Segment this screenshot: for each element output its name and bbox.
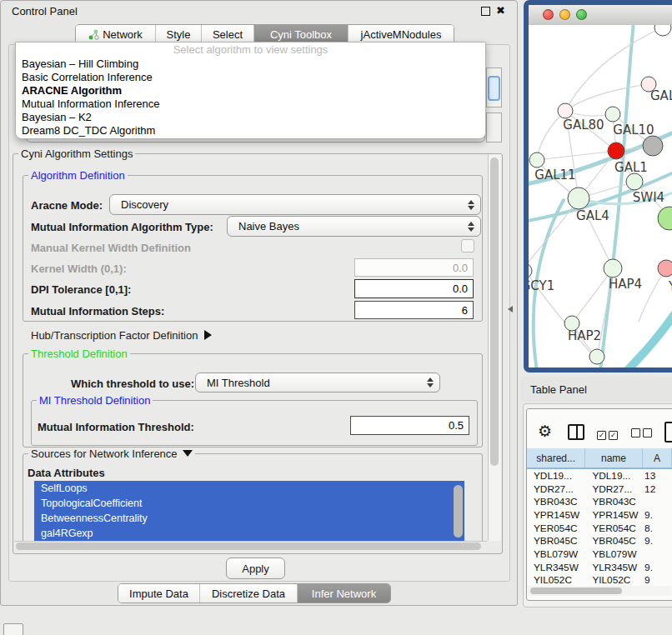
network-combo-fragment	[486, 112, 502, 142]
network-node[interactable]	[658, 207, 672, 230]
focused-spinner-fragment	[488, 76, 500, 101]
settings-horizontal-scrollbar[interactable]	[14, 541, 487, 552]
kernel-width-field[interactable]	[354, 258, 474, 277]
float-window-icon[interactable]	[481, 7, 490, 16]
collapse-down-icon	[183, 450, 193, 457]
table-cell: YDL19...	[527, 470, 585, 482]
expand-right-icon	[204, 330, 212, 340]
settings-vertical-scrollbar[interactable]	[488, 154, 501, 541]
close-traffic-light-icon[interactable]	[543, 9, 554, 20]
tab-jactivemnodules[interactable]: jActiveMNodules	[349, 25, 454, 43]
table-row[interactable]: YLR345WYLR345W9.	[527, 561, 672, 574]
network-node[interactable]	[643, 136, 663, 156]
node-label-gal4: GAL4	[576, 208, 609, 223]
network-node[interactable]	[605, 107, 620, 122]
network-node[interactable]	[558, 103, 573, 118]
tab-select[interactable]: Select	[202, 25, 254, 43]
table-cell: YIL052C	[585, 574, 643, 586]
tab-style[interactable]: Style	[156, 25, 202, 43]
algorithm-option-basic-correlation-inference[interactable]: Basic Correlation Inference	[16, 71, 485, 84]
aracne-mode-value: Discovery	[110, 198, 168, 211]
network-edge[interactable]	[537, 111, 565, 160]
network-node[interactable]	[589, 349, 604, 364]
table-row[interactable]: YBR043CYBR043C	[527, 495, 672, 508]
table-row[interactable]: YDR27...YDR27...12	[527, 482, 672, 496]
which-threshold-combo[interactable]: MI Threshold	[195, 372, 440, 392]
table-row[interactable]: YPR145WYPR145W9.	[527, 508, 672, 522]
network-node[interactable]	[658, 260, 672, 277]
column-header-a[interactable]: A	[643, 448, 672, 468]
attribute-item-topologicalcoefficient[interactable]: TopologicalCoefficient	[34, 496, 464, 511]
minimize-traffic-light-icon[interactable]	[559, 9, 570, 20]
algorithm-option-bayesian-hill-climbing[interactable]: Bayesian – Hill Climbing	[16, 58, 485, 71]
tab-discretize-data[interactable]: Discretize Data	[200, 584, 298, 602]
mi-steps-field[interactable]	[354, 301, 474, 319]
sources-title[interactable]: Sources for Network Inference	[28, 448, 195, 459]
network-edge[interactable]	[537, 151, 616, 160]
table-cell: 8.	[643, 522, 672, 534]
kernel-width-label: Kernel Width (0,1):	[31, 262, 127, 275]
network-edge[interactable]	[565, 84, 649, 111]
splitter-grip[interactable]	[508, 306, 513, 312]
table-row[interactable]: YDL19...YDL19...13	[527, 469, 672, 482]
network-node[interactable]	[654, 25, 671, 36]
network-node[interactable]	[608, 142, 624, 159]
apply-button[interactable]: Apply	[226, 558, 285, 579]
dpi-tolerance-field[interactable]	[354, 279, 474, 298]
node-label-gal80: GAL80	[563, 118, 604, 132]
network-edge[interactable]	[565, 28, 663, 111]
table-body: YDL19...YDL19...13YDR27...YDR27...12YBR0…	[527, 469, 672, 586]
tab-label: Discretize Data	[212, 588, 285, 600]
network-icon	[88, 29, 99, 40]
network-node[interactable]	[626, 173, 643, 190]
table-horizontal-scrollbar[interactable]	[528, 586, 671, 596]
node-label-gcy1: GCY1	[529, 278, 554, 293]
column-header-name[interactable]: name	[585, 448, 643, 468]
network-edge[interactable]	[529, 198, 579, 268]
close-icon[interactable]: ✖	[496, 4, 505, 17]
aracne-mode-combo[interactable]: Discovery	[109, 194, 481, 215]
attribute-item-selfloops[interactable]: SelfLoops	[34, 481, 464, 496]
tab-infer-network[interactable]: Infer Network	[298, 584, 390, 602]
network-graph: GALGAL80GAL10GAL1GAL11SWI4GAL4GCY1HAP4YH…	[529, 25, 672, 368]
network-edge[interactable]	[639, 268, 666, 322]
algorithm-option-aracne-algorithm[interactable]: ARACNE Algorithm	[16, 84, 485, 98]
network-node[interactable]	[529, 152, 544, 168]
column-header-shared[interactable]: shared...	[527, 448, 585, 468]
attribute-item-gal4rgexp[interactable]: gal4RGexp	[34, 526, 464, 541]
tab-label: Impute Data	[129, 588, 188, 600]
network-window-titlebar[interactable]	[529, 5, 672, 26]
table-row[interactable]: YER054CYER054C8.	[527, 522, 672, 535]
mi-threshold-definition-title: MI Threshold Definition	[37, 395, 153, 406]
algorithm-option-bayesian-k2[interactable]: Bayesian – K2	[16, 111, 485, 124]
zoom-traffic-light-icon[interactable]	[576, 9, 587, 20]
tab-label: Network	[103, 28, 143, 41]
attributes-list-scrollbar[interactable]	[454, 485, 463, 538]
mi-algorithm-type-combo[interactable]: Naive Bayes	[227, 216, 481, 237]
tab-impute-data[interactable]: Impute Data	[118, 584, 200, 602]
attribute-item-betweennesscentrality[interactable]: BetweennessCentrality	[34, 511, 464, 526]
minimized-panel-button[interactable]	[3, 623, 23, 635]
hub-definition-expander[interactable]: Hub/Transcription Factor Definition	[31, 329, 212, 342]
tab-network[interactable]: Network	[76, 25, 156, 43]
network-node[interactable]	[604, 259, 622, 278]
network-canvas[interactable]: GALGAL80GAL10GAL1GAL11SWI4GAL4GCY1HAP4YH…	[529, 25, 672, 368]
gear-icon[interactable]: ⚙	[538, 422, 552, 441]
network-edge[interactable]	[627, 308, 672, 368]
split-panel-icon[interactable]	[568, 424, 584, 440]
tab-cyni-toolbox[interactable]: Cyni Toolbox	[254, 25, 349, 43]
algorithm-option-dream8-dc-tdc-algorithm[interactable]: Dream8 DC_TDC Algorithm	[16, 124, 485, 138]
new-column-icon[interactable]	[664, 422, 672, 442]
network-node[interactable]	[529, 263, 532, 278]
table-row[interactable]: YIL052CYIL052C9	[527, 574, 672, 587]
table-row[interactable]: YBL079WYBL079W	[527, 548, 672, 561]
table-row[interactable]: YBR045CYBR045C9.	[527, 534, 672, 548]
select-all-columns-icon[interactable]: ✓✓	[597, 428, 620, 440]
manual-kernel-width-checkbox[interactable]	[461, 239, 474, 252]
algorithm-option-mutual-information-inference[interactable]: Mutual Information Inference	[16, 98, 485, 111]
tab-label: jActiveMNodules	[361, 28, 442, 41]
deselect-all-columns-icon[interactable]	[631, 428, 654, 440]
mi-threshold-field[interactable]	[350, 416, 469, 435]
data-attributes-list: SelfLoopsTopologicalCoefficientBetweenne…	[34, 481, 464, 542]
network-node[interactable]	[568, 188, 589, 209]
